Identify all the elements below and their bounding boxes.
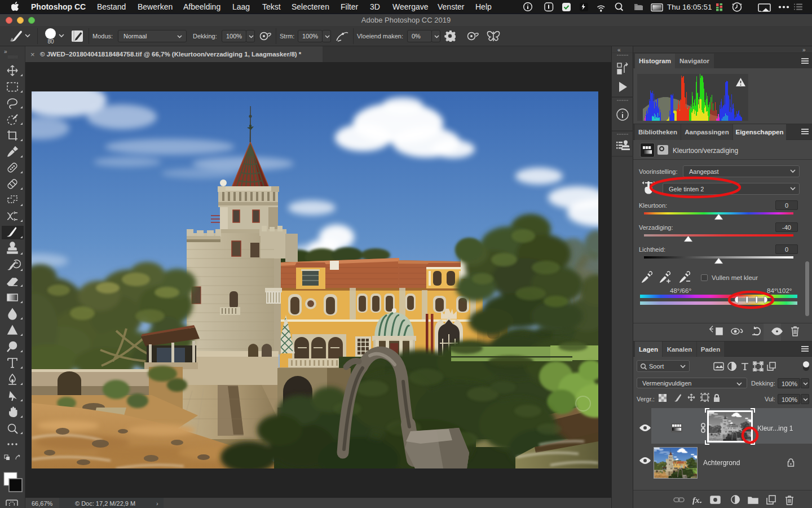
svg-text:fx: fx [692,496,700,505]
